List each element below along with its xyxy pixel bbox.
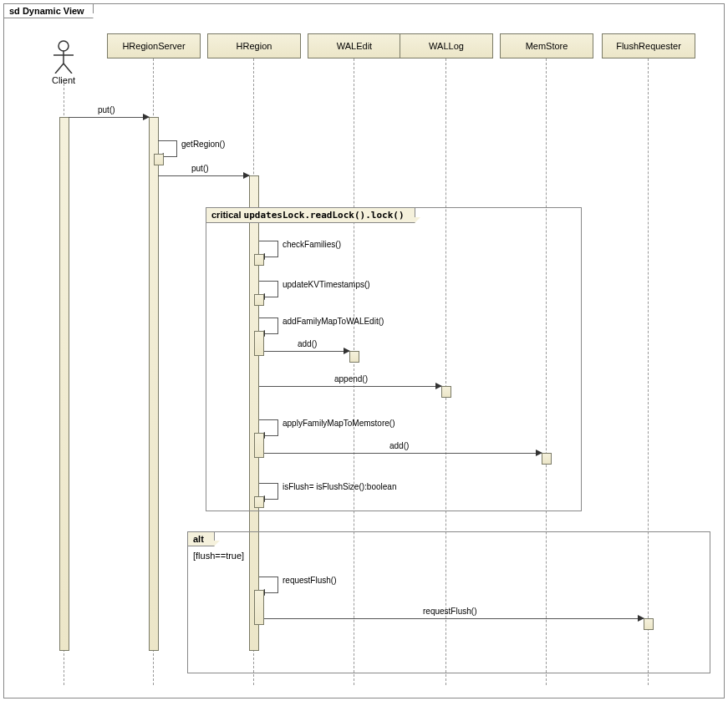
msg-label: isFlush= isFlushSize():boolean bbox=[283, 482, 396, 491]
act-updatekv bbox=[254, 294, 264, 306]
act-requestflush bbox=[254, 590, 264, 625]
svg-line-4 bbox=[64, 63, 72, 74]
activation-client bbox=[59, 117, 69, 651]
act-flushrequester bbox=[644, 618, 654, 630]
msg-put-region: put() bbox=[158, 175, 249, 176]
act-applyfammem bbox=[254, 433, 264, 458]
msg-label: put() bbox=[98, 105, 115, 114]
msg-label: put() bbox=[191, 164, 209, 173]
fragment-critical-tab: critical updatesLock.readLock().lock() bbox=[206, 208, 415, 223]
fragment-alt-guard: [flush==true] bbox=[193, 551, 244, 561]
act-addfamwal bbox=[254, 331, 264, 356]
msg-label: checkFamilies() bbox=[283, 240, 341, 249]
act-waledit bbox=[349, 351, 359, 363]
msg-label: updateKVTimestamps() bbox=[283, 280, 370, 289]
frame-title-tab: sd Dynamic View bbox=[4, 4, 94, 18]
msg-add-waledit: add() bbox=[264, 351, 349, 352]
msg-label: add() bbox=[298, 339, 317, 348]
lifeline-waledit: WALEdit bbox=[308, 33, 401, 58]
lifeline-wallog: WALLog bbox=[400, 33, 493, 58]
msg-label: applyFamilyMapToMemstore() bbox=[283, 419, 395, 428]
fragment-critical-op: critical bbox=[211, 210, 241, 220]
fragment-critical-text: updatesLock.readLock().lock() bbox=[244, 210, 405, 221]
msg-label: requestFlush() bbox=[423, 607, 476, 616]
msg-label: append() bbox=[334, 374, 368, 384]
lifeline-flushrequester: FlushRequester bbox=[602, 33, 695, 58]
act-memstore bbox=[542, 453, 552, 465]
diagram-canvas: sd Dynamic View Client HRegionServer HRe… bbox=[0, 0, 728, 701]
lifeline-memstore: MemStore bbox=[500, 33, 593, 58]
msg-put-client: put() bbox=[69, 117, 149, 118]
act-isflush bbox=[254, 496, 264, 508]
activation-getregion bbox=[154, 154, 164, 165]
activation-hregionserver bbox=[149, 117, 159, 651]
lifeline-hregionserver: HRegionServer bbox=[107, 33, 201, 58]
act-wallog bbox=[441, 386, 451, 398]
msg-label: getRegion() bbox=[181, 140, 225, 149]
fragment-alt: alt [flush==true] bbox=[187, 531, 710, 673]
lifeline-hregion: HRegion bbox=[207, 33, 301, 58]
msg-requestflush-out: requestFlush() bbox=[264, 618, 644, 619]
svg-line-3 bbox=[55, 63, 64, 74]
msg-label: requestFlush() bbox=[283, 576, 336, 585]
msg-append: append() bbox=[259, 386, 441, 387]
msg-add-memstore: add() bbox=[264, 453, 542, 454]
actor-icon bbox=[51, 40, 76, 74]
fragment-alt-tab: alt bbox=[188, 532, 215, 546]
actor-client: Client bbox=[38, 40, 89, 85]
svg-point-0 bbox=[59, 41, 69, 51]
act-checkfamilies bbox=[254, 254, 264, 266]
frame-title: sd Dynamic View bbox=[9, 6, 84, 16]
msg-label: addFamilyMapToWALEdit() bbox=[283, 317, 384, 326]
fragment-alt-op: alt bbox=[193, 534, 204, 544]
msg-label: add() bbox=[389, 441, 409, 450]
